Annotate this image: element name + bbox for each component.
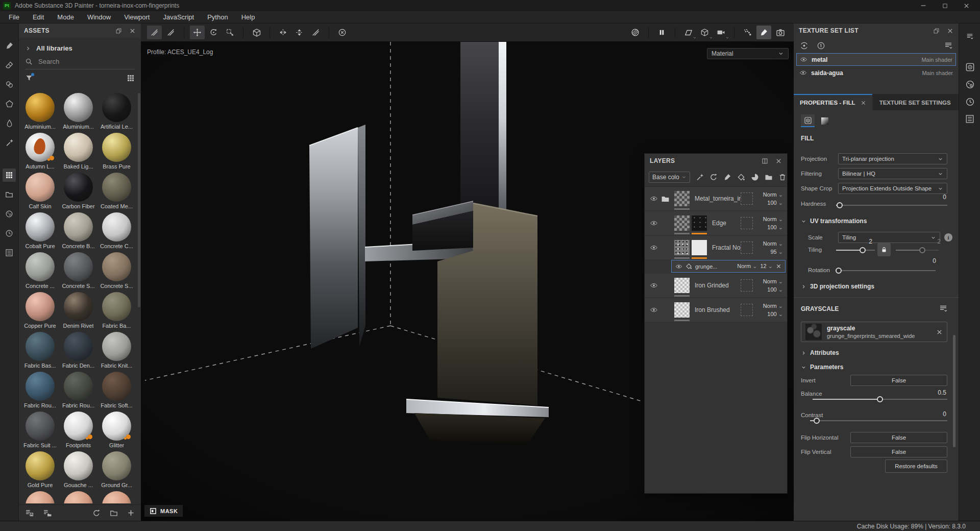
display-mode-icon[interactable] (681, 26, 696, 39)
history-dock-icon[interactable] (3, 227, 16, 240)
bent-arrow-pivot-icon[interactable] (163, 26, 178, 39)
display-settings-icon[interactable] (963, 60, 976, 74)
menu-javascript[interactable]: JavaScript (156, 11, 201, 23)
minimize-icon[interactable] (913, 0, 934, 11)
sort-filter-icon[interactable] (944, 41, 952, 50)
menu-mode[interactable]: Mode (51, 11, 81, 23)
asset-item[interactable]: Fabric Bas... (21, 331, 59, 371)
shading-mode-dropdown[interactable]: Material (707, 48, 789, 59)
smart-material-icon[interactable] (709, 173, 718, 181)
polygon-fill-tool-icon[interactable] (3, 97, 16, 110)
layer-opacity[interactable]: 100 (767, 200, 776, 206)
library-folder-icon[interactable] (110, 509, 118, 517)
shader-dock-icon[interactable] (3, 207, 16, 221)
restore-defaults-button[interactable]: Restore defaults (885, 460, 947, 473)
layer-name[interactable]: Iron Grinded (695, 282, 741, 289)
grid-view-icon[interactable] (127, 74, 135, 82)
save-shelf-icon[interactable] (25, 509, 34, 517)
tiling-slider[interactable] (836, 247, 875, 253)
layer-mask-thumbnail[interactable] (741, 192, 753, 205)
layer-opacity[interactable]: 100 (767, 224, 776, 230)
asset-item[interactable]: Fabric Rou... (59, 371, 97, 411)
slider-handle[interactable] (860, 247, 866, 253)
camera-mode-icon[interactable] (714, 26, 728, 39)
layer-row-iron-brushed[interactable]: Iron Brushed Norm ⌄ 100 ⌄ (645, 298, 787, 322)
slider-handle[interactable] (837, 202, 843, 208)
asset-item[interactable]: Concrete S... (59, 251, 97, 291)
particles-icon[interactable] (740, 26, 755, 39)
translate-icon[interactable] (190, 26, 205, 39)
projection-dropdown[interactable]: Tri-planar projection (838, 153, 947, 164)
log-icon[interactable] (963, 112, 976, 126)
history-icon[interactable] (963, 95, 976, 108)
visibility-eye-icon[interactable] (650, 306, 661, 314)
paint-tool-icon[interactable] (3, 39, 16, 52)
slider-handle[interactable] (814, 418, 820, 424)
visibility-eye-icon[interactable] (650, 281, 661, 289)
maximize-icon[interactable] (934, 0, 955, 11)
layer-content-thumbnail[interactable] (692, 240, 707, 255)
layer-thumbnail[interactable] (674, 278, 690, 293)
material-mode-icon[interactable] (801, 114, 815, 127)
projection-tool-icon[interactable] (3, 78, 16, 91)
close-icon[interactable] (955, 0, 977, 11)
effect-name[interactable]: grunge... (695, 263, 734, 270)
visibility-eye-icon[interactable] (675, 263, 682, 270)
layer-mask-slot[interactable] (741, 279, 753, 292)
layer-name[interactable]: Metal_torneira_inox (695, 195, 741, 202)
rotation-value[interactable]: 0 (933, 257, 936, 264)
hardness-value[interactable]: 0 (943, 194, 946, 201)
layer-row-fractal-noise[interactable]: Fractal Noise Norm ⌄ 95 ⌄ (645, 236, 787, 259)
stencil-disabled-icon[interactable] (628, 26, 643, 39)
bent-arrow-transform-icon[interactable] (147, 26, 162, 39)
asset-item[interactable]: Brass Pure (97, 132, 136, 172)
menu-edit[interactable]: Edit (26, 11, 51, 23)
asset-item[interactable]: Baked Lig... (59, 132, 97, 172)
paint-mode-icon[interactable] (756, 26, 771, 39)
hardness-slider[interactable] (836, 202, 947, 208)
grayscale-options-icon[interactable] (939, 304, 947, 312)
fill-layer-icon[interactable] (737, 173, 745, 181)
menu-python[interactable]: Python (201, 11, 234, 23)
tab-texture-set-settings[interactable]: TEXTURE SET SETTINGS (873, 94, 957, 110)
symmetry-disabled-icon[interactable] (335, 26, 350, 39)
effect-opacity[interactable]: 12 ⌄ (760, 263, 773, 270)
mirror-diagonal-icon[interactable] (308, 26, 323, 39)
flip-horizontal-toggle[interactable]: False (850, 432, 947, 443)
layer-opacity[interactable]: 95 (770, 249, 776, 255)
visibility-all-icon[interactable] (800, 41, 808, 50)
contrast-slider[interactable] (810, 418, 947, 424)
layer-row-metal-torneira[interactable]: Metal_torneira_inox Norm ⌄ 100 ⌄ (645, 187, 787, 210)
asset-item[interactable]: Concrete C... (97, 211, 136, 251)
info-icon[interactable]: i (944, 233, 952, 242)
texture-set-row-metal[interactable]: metal Main shader (796, 53, 956, 66)
menu-help[interactable]: Help (235, 11, 262, 23)
all-libraries-row[interactable]: All libraries (19, 38, 141, 54)
eraser-tool-icon[interactable] (3, 58, 16, 71)
blend-mode[interactable]: Norm (763, 191, 777, 198)
asset-item[interactable]: Fabric Ba... (97, 291, 136, 331)
layer-content-thumbnail[interactable] (692, 215, 707, 231)
layer-thumbnail[interactable] (674, 302, 690, 318)
asset-item[interactable]: Concrete S... (97, 251, 136, 291)
solo-visibility-icon[interactable] (817, 41, 825, 50)
tab-properties-fill[interactable]: PROPERTIES - FILL (794, 94, 872, 110)
effect-row-grunge-selected[interactable]: grunge... Norm ⌄ 12 ⌄ (671, 260, 786, 273)
blend-mode[interactable]: Norm (763, 303, 777, 309)
asset-item[interactable]: Gouache ... (59, 450, 97, 490)
smudge-tool-icon[interactable] (3, 116, 16, 130)
asset-item[interactable]: Concrete B... (59, 211, 97, 251)
asset-item[interactable]: Aluminium... (59, 92, 97, 132)
scale-icon[interactable] (223, 26, 237, 39)
parameters-header[interactable]: Parameters (801, 364, 843, 371)
texture-set-row-saida-agua[interactable]: saida-agua Main shader (796, 66, 956, 79)
asset-item[interactable] (97, 490, 136, 503)
menu-window[interactable]: Window (81, 11, 117, 23)
asset-item[interactable]: Gold Pure (21, 450, 59, 490)
asset-item[interactable]: Cobalt Pure (21, 211, 59, 251)
log-dock-icon[interactable] (3, 246, 16, 259)
close-panel-icon[interactable] (775, 158, 782, 164)
menu-file[interactable]: File (2, 11, 26, 23)
mirror-horizontal-icon[interactable] (276, 26, 290, 39)
layer-name[interactable]: Edge (712, 220, 741, 227)
